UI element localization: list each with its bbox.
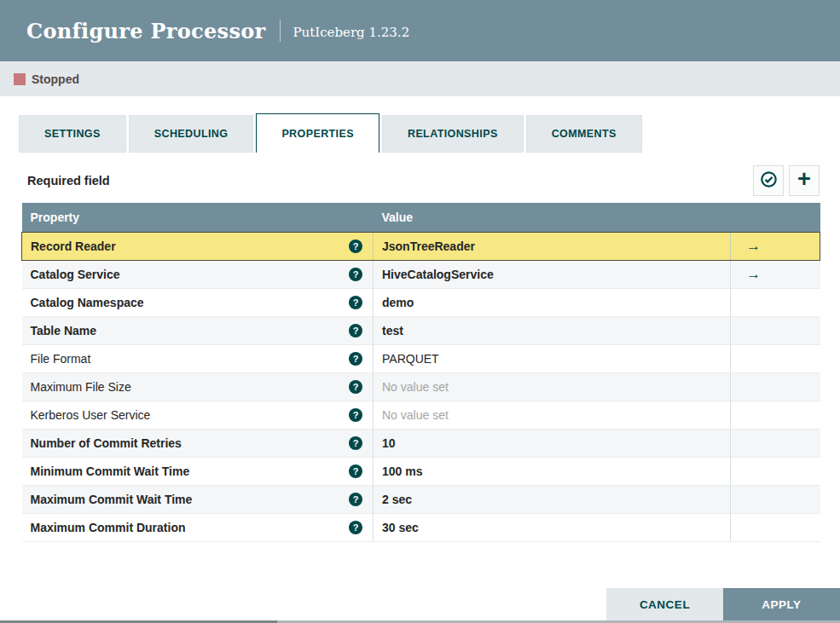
add-property-button[interactable]: + <box>789 165 820 196</box>
tab-label: SCHEDULING <box>154 128 229 140</box>
property-cell: Maximum Commit Duration ? <box>22 514 374 541</box>
table-row[interactable]: Kerberos User Service ? No value set <box>22 401 820 429</box>
property-value[interactable]: demo <box>382 296 414 309</box>
apply-button[interactable]: APPLY <box>723 588 840 620</box>
required-field-label: Required field <box>21 174 110 187</box>
dialog-title: Configure Processor <box>26 19 265 43</box>
table-row[interactable]: Record Reader ? JsonTreeReader → <box>22 232 820 260</box>
title-divider <box>280 20 281 42</box>
tab[interactable]: COMMENTS <box>526 115 642 153</box>
goto-service-icon[interactable]: → <box>746 238 761 254</box>
status-label: Stopped <box>32 72 79 86</box>
table-row[interactable]: Table Name ? test <box>22 316 820 344</box>
table-row[interactable]: Number of Commit Retries ? 10 <box>22 429 820 457</box>
help-icon[interactable]: ? <box>349 408 362 422</box>
help-icon[interactable]: ? <box>349 493 362 506</box>
status-bar: Stopped <box>0 61 840 96</box>
property-value[interactable]: PARQUET <box>382 352 439 366</box>
help-icon[interactable]: ? <box>349 436 362 450</box>
footer-buttons: CANCEL APPLY <box>606 588 840 620</box>
property-name: Maximum Commit Wait Time <box>31 493 193 506</box>
plus-icon: + <box>797 168 811 191</box>
property-value[interactable]: 2 sec <box>382 493 412 506</box>
help-icon[interactable]: ? <box>349 296 362 309</box>
dialog-header: Configure Processor PutIceberg 1.23.2 <box>0 0 840 61</box>
property-name: Maximum File Size <box>31 380 131 394</box>
property-name: Table Name <box>31 324 97 337</box>
toolbar-buttons: + <box>753 165 820 196</box>
help-icon[interactable]: ? <box>349 239 362 253</box>
tab-label: PROPERTIES <box>281 128 354 140</box>
table-row[interactable]: Minimum Commit Wait Time ? 100 ms <box>22 457 820 485</box>
verify-properties-button[interactable] <box>753 165 784 196</box>
property-name: Catalog Service <box>31 268 120 281</box>
help-icon[interactable]: ? <box>349 464 362 478</box>
stopped-icon <box>14 73 26 85</box>
properties-toolbar: Required field + <box>21 165 820 196</box>
property-name: Catalog Namespace <box>31 296 144 309</box>
tab-bar: SETTINGS SCHEDULING PROPERTIES RELATIONS… <box>19 113 840 153</box>
property-cell: Maximum File Size ? <box>22 373 374 401</box>
table-row[interactable]: Catalog Namespace ? demo <box>22 288 820 316</box>
property-name: Maximum Commit Duration <box>31 521 186 534</box>
table-row[interactable]: Maximum Commit Duration ? 30 sec <box>22 513 820 541</box>
property-cell: Record Reader ? <box>22 233 373 260</box>
property-value[interactable]: 100 ms <box>382 464 422 478</box>
property-value[interactable]: test <box>382 324 403 337</box>
property-name: Number of Commit Retries <box>31 436 182 450</box>
property-cell: Number of Commit Retries ? <box>22 430 374 457</box>
goto-column-header <box>731 203 820 232</box>
table-header-row: Property Value <box>22 203 820 232</box>
table-row[interactable]: File Format ? PARQUET <box>22 344 820 372</box>
property-cell: Maximum Commit Wait Time ? <box>22 486 374 513</box>
tab[interactable]: PROPERTIES <box>256 113 379 153</box>
help-icon[interactable]: ? <box>349 521 362 534</box>
goto-service-icon[interactable]: → <box>746 266 761 282</box>
properties-table-body: Record Reader ? JsonTreeReader → Catalog… <box>22 232 820 541</box>
tab[interactable]: SETTINGS <box>19 115 126 153</box>
tab[interactable]: RELATIONSHIPS <box>382 115 524 153</box>
value-column-header: Value <box>374 203 731 232</box>
cancel-button[interactable]: CANCEL <box>606 588 723 620</box>
property-value[interactable]: HiveCatalogService <box>382 268 494 281</box>
tab[interactable]: SCHEDULING <box>129 115 254 153</box>
help-icon[interactable]: ? <box>349 352 362 366</box>
tab-label: COMMENTS <box>552 128 617 140</box>
property-cell: File Format ? <box>22 345 374 372</box>
property-column-header: Property <box>22 203 374 232</box>
help-icon[interactable]: ? <box>349 324 362 337</box>
property-name: File Format <box>31 352 91 366</box>
tab-label: RELATIONSHIPS <box>408 128 498 140</box>
table-row[interactable]: Catalog Service ? HiveCatalogService → <box>22 260 820 288</box>
help-icon[interactable]: ? <box>349 380 362 394</box>
property-cell: Kerberos User Service ? <box>22 401 374 429</box>
properties-table: Property Value Record Reader ? JsonTreeR… <box>21 203 820 542</box>
tab-label: SETTINGS <box>44 128 101 140</box>
property-name: Record Reader <box>31 239 116 253</box>
property-cell: Catalog Namespace ? <box>22 289 374 316</box>
property-value[interactable]: No value set <box>382 380 449 394</box>
property-cell: Minimum Commit Wait Time ? <box>22 458 374 485</box>
property-cell: Catalog Service ? <box>22 261 374 288</box>
property-value[interactable]: No value set <box>382 408 449 422</box>
table-row[interactable]: Maximum Commit Wait Time ? 2 sec <box>22 485 820 513</box>
table-row[interactable]: Maximum File Size ? No value set <box>22 372 820 401</box>
property-name: Kerberos User Service <box>31 408 151 422</box>
configure-processor-dialog: Configure Processor PutIceberg 1.23.2 St… <box>0 0 840 623</box>
property-value[interactable]: 10 <box>382 436 396 450</box>
property-value[interactable]: 30 sec <box>382 521 419 534</box>
property-value[interactable]: JsonTreeReader <box>382 239 475 253</box>
check-circle-icon <box>760 170 778 192</box>
property-name: Minimum Commit Wait Time <box>31 464 190 478</box>
help-icon[interactable]: ? <box>349 268 362 281</box>
processor-type-version: PutIceberg 1.23.2 <box>293 22 409 40</box>
property-cell: Table Name ? <box>22 317 374 344</box>
